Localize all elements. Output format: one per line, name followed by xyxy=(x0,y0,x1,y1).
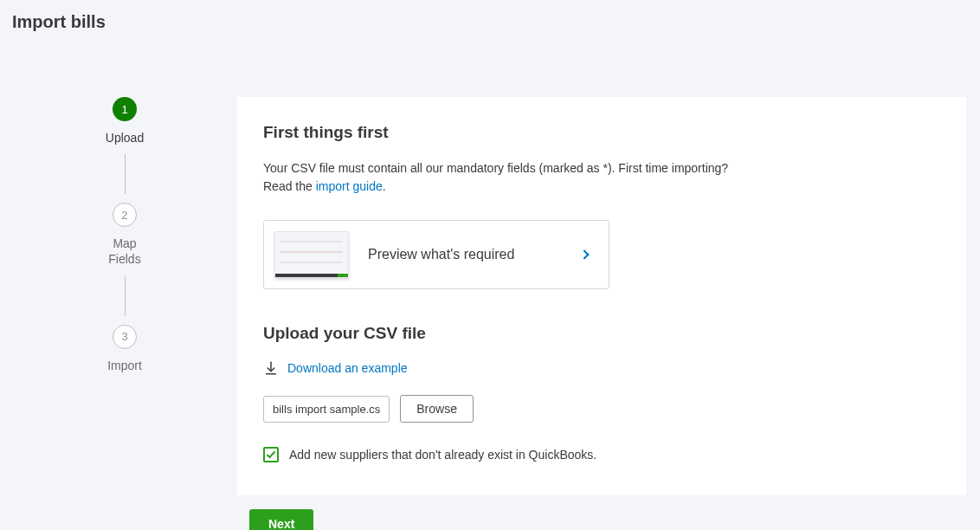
browse-button[interactable]: Browse xyxy=(400,395,474,423)
step-label-map-fields: Map Fields xyxy=(108,236,140,267)
step-number-2: 2 xyxy=(113,203,137,227)
next-button[interactable]: Next xyxy=(249,509,313,530)
import-guide-link[interactable]: import guide xyxy=(316,179,383,193)
download-icon xyxy=(263,360,279,376)
preview-thumbnail xyxy=(274,231,349,278)
step-map-fields[interactable]: 2 Map Fields xyxy=(108,203,140,267)
intro-text: Your CSV file must contain all our manda… xyxy=(263,159,940,196)
stepper: 1 Upload 2 Map Fields 3 Import xyxy=(12,97,237,373)
step-connector xyxy=(125,154,126,194)
intro-line-2: Read the xyxy=(263,179,316,193)
step-upload[interactable]: 1 Upload xyxy=(106,97,144,145)
intro-line-1: Your CSV file must contain all our manda… xyxy=(263,161,728,175)
step-label-upload: Upload xyxy=(106,130,144,145)
step-connector xyxy=(125,276,126,316)
first-heading: First things first xyxy=(263,123,940,142)
main-panel: First things first Your CSV file must co… xyxy=(237,97,966,495)
preview-card[interactable]: Preview what's required xyxy=(263,220,609,289)
step-number-3: 3 xyxy=(113,325,137,349)
add-suppliers-checkbox[interactable] xyxy=(263,447,279,462)
step-label-import: Import xyxy=(107,358,142,373)
preview-label: Preview what's required xyxy=(368,247,581,262)
upload-heading: Upload your CSV file xyxy=(263,324,940,343)
check-icon xyxy=(266,449,276,460)
step-import[interactable]: 3 Import xyxy=(107,325,142,373)
page-title: Import bills xyxy=(0,0,980,32)
download-example-link[interactable]: Download an example xyxy=(287,361,408,375)
chevron-right-icon xyxy=(579,249,589,259)
add-suppliers-label: Add new suppliers that don't already exi… xyxy=(289,448,596,462)
intro-period: . xyxy=(383,179,386,193)
filename-field[interactable]: bills import sample.cs xyxy=(263,396,390,423)
step-number-1: 1 xyxy=(113,97,137,121)
